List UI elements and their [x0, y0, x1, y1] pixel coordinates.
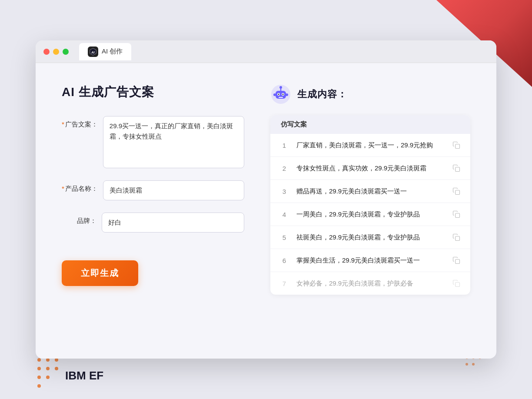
page-title: AI 生成广告文案	[62, 84, 244, 100]
ai-tab[interactable]: AI AI 创作	[79, 43, 131, 60]
copy-icon[interactable]	[451, 140, 462, 150]
svg-rect-37	[456, 283, 460, 287]
right-header: 生成内容：	[270, 84, 470, 105]
svg-rect-28	[279, 97, 283, 98]
svg-point-29	[273, 93, 276, 96]
form-row-brand: 品牌：	[62, 213, 244, 233]
required-star-product: *	[62, 185, 64, 192]
svg-point-25	[283, 94, 284, 95]
copy-icon[interactable]	[451, 255, 462, 266]
svg-text:AI: AI	[91, 50, 95, 54]
result-row-num: 7	[279, 280, 289, 287]
svg-point-17	[472, 363, 475, 366]
result-row-num: 1	[279, 142, 289, 149]
result-row-text: 专抹女性斑点，真实功效，29.9元美白淡斑霜	[296, 163, 444, 173]
svg-point-6	[37, 376, 41, 379]
result-row: 7 女神必备，29.9元美白淡斑霜，护肤必备	[270, 272, 470, 295]
input-brand[interactable]	[102, 213, 244, 233]
input-product-name[interactable]	[103, 180, 244, 200]
svg-rect-31	[456, 144, 460, 149]
svg-rect-33	[456, 190, 460, 195]
copy-icon[interactable]	[451, 209, 462, 219]
svg-point-16	[466, 363, 468, 366]
copy-icon[interactable]	[451, 278, 462, 289]
result-row-num: 6	[279, 257, 289, 264]
robot-icon	[270, 84, 291, 105]
tab-label: AI 创作	[102, 47, 123, 56]
label-ad-copy: *广告文案：	[62, 116, 98, 129]
form-row-ad-copy: *广告文案： 29.9买一送一，真正的厂家直销，美白淡斑霜，专抹女性斑点	[62, 116, 244, 168]
close-button[interactable]	[43, 49, 50, 55]
right-panel: 生成内容： 仿写文案 1 厂家直销，美白淡斑霜，买一送一，29.9元抢购 2 专…	[270, 84, 470, 338]
svg-point-30	[286, 93, 288, 96]
copy-icon[interactable]	[451, 232, 462, 243]
svg-text:IBM EF: IBM EF	[65, 369, 103, 382]
traffic-lights	[43, 49, 69, 55]
label-brand: 品牌：	[62, 213, 96, 225]
titlebar: AI AI 创作	[36, 40, 496, 63]
generate-button[interactable]: 立即生成	[62, 260, 138, 286]
svg-point-7	[46, 376, 50, 379]
result-row-num: 4	[279, 211, 289, 218]
result-row-num: 5	[279, 234, 289, 241]
result-row: 1 厂家直销，美白淡斑霜，买一送一，29.9元抢购	[270, 134, 470, 157]
required-star-ad-copy: *	[62, 120, 64, 128]
result-row: 4 一周美白，29.9元美白淡斑霜，专业护肤品	[270, 203, 470, 226]
results-table: 仿写文案 1 厂家直销，美白淡斑霜，买一送一，29.9元抢购 2 专抹女性斑点，…	[270, 115, 470, 295]
form-row-product-name: *产品名称：	[62, 180, 244, 200]
svg-point-3	[37, 367, 41, 370]
svg-point-24	[278, 94, 279, 95]
svg-point-1	[46, 358, 50, 362]
result-row-text: 掌握美白生活，29.9元美白淡斑霜买一送一	[296, 256, 444, 266]
result-row-text: 一周美白，29.9元美白淡斑霜，专业护肤品	[296, 209, 444, 219]
svg-point-4	[46, 367, 50, 370]
result-row-text: 厂家直销，美白淡斑霜，买一送一，29.9元抢购	[296, 140, 444, 150]
svg-point-0	[37, 358, 41, 362]
left-panel: AI 生成广告文案 *广告文案： 29.9买一送一，真正的厂家直销，美白淡斑霜，…	[62, 84, 244, 338]
svg-rect-36	[456, 259, 460, 264]
result-row-text: 赠品再送，29.9元美白淡斑霜买一送一	[296, 186, 444, 196]
result-row-text: 祛斑美白，29.9元美白淡斑霜，专业护肤品	[296, 233, 444, 243]
results-list: 1 厂家直销，美白淡斑霜，买一送一，29.9元抢购 2 专抹女性斑点，真实功效，…	[270, 134, 470, 295]
dots-decoration-bottom-left: IBM EF	[35, 356, 113, 390]
content-area: AI 生成广告文案 *广告文案： 29.9买一送一，真正的厂家直销，美白淡斑霜，…	[36, 63, 496, 359]
result-row-num: 2	[279, 165, 289, 172]
svg-rect-35	[456, 236, 460, 241]
copy-icon[interactable]	[451, 186, 462, 196]
svg-rect-32	[456, 167, 460, 172]
right-panel-title: 生成内容：	[297, 88, 347, 101]
result-row: 6 掌握美白生活，29.9元美白淡斑霜买一送一	[270, 249, 470, 272]
input-ad-copy[interactable]: 29.9买一送一，真正的厂家直销，美白淡斑霜，专抹女性斑点	[103, 116, 244, 168]
results-column-header: 仿写文案	[270, 115, 470, 134]
maximize-button[interactable]	[63, 49, 69, 55]
svg-point-2	[55, 358, 58, 362]
svg-rect-34	[456, 213, 460, 218]
ai-tab-icon: AI	[88, 47, 98, 57]
svg-point-27	[279, 86, 282, 89]
minimize-button[interactable]	[53, 49, 59, 55]
svg-point-5	[55, 367, 58, 370]
result-row-text: 女神必备，29.9元美白淡斑霜，护肤必备	[296, 279, 444, 289]
label-product-name: *产品名称：	[62, 180, 98, 193]
result-row-num: 3	[279, 188, 289, 195]
result-row: 3 赠品再送，29.9元美白淡斑霜买一送一	[270, 180, 470, 203]
svg-point-8	[37, 384, 41, 388]
result-row: 2 专抹女性斑点，真实功效，29.9元美白淡斑霜	[270, 157, 470, 180]
browser-window: AI AI 创作 AI 生成广告文案 *广告文案： 29.9买一送一，真正的厂家…	[36, 40, 496, 359]
result-row: 5 祛斑美白，29.9元美白淡斑霜，专业护肤品	[270, 226, 470, 249]
copy-icon[interactable]	[451, 163, 462, 173]
